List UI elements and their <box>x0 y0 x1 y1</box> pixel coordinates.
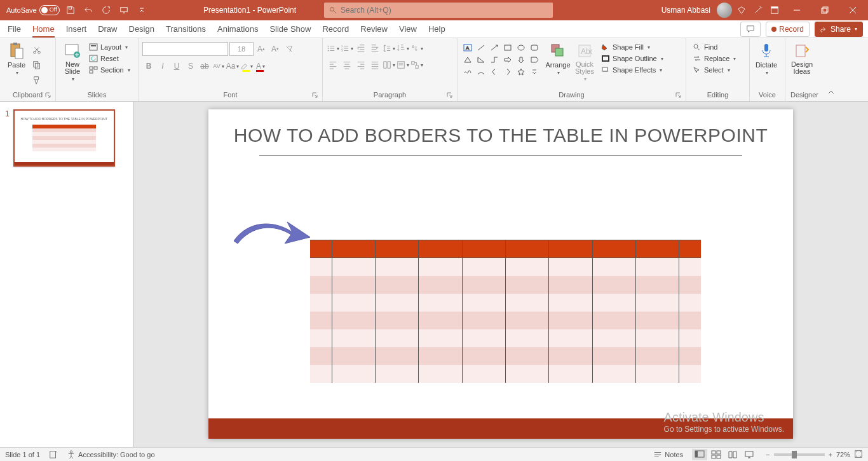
diamond-icon[interactable] <box>735 3 749 17</box>
bold-icon[interactable]: B <box>142 60 155 72</box>
shape-outline-button[interactable]: Shape Outline▾ <box>599 53 666 64</box>
shape-freeform[interactable] <box>461 66 474 78</box>
cut-icon[interactable] <box>31 43 43 56</box>
tab-transitions[interactable]: Transitions <box>166 22 206 36</box>
numbering-icon[interactable]: 123▾ <box>341 42 353 55</box>
section-button[interactable]: Section▾ <box>86 65 133 75</box>
tab-record[interactable]: Record <box>322 22 349 36</box>
italic-icon[interactable]: I <box>156 60 169 72</box>
shape-fill-button[interactable]: Shape Fill▾ <box>599 42 666 52</box>
redo-icon[interactable] <box>99 3 113 17</box>
font-name-combo[interactable] <box>142 42 228 56</box>
design-ideas-button[interactable]: Design Ideas <box>789 42 815 75</box>
tab-review[interactable]: Review <box>360 22 388 36</box>
new-slide-button[interactable]: New Slide ▾ <box>60 42 85 82</box>
clipboard-launcher-icon[interactable] <box>45 92 51 99</box>
font-color-icon[interactable]: A▾ <box>254 60 267 72</box>
slide-table[interactable] <box>310 240 701 383</box>
underline-icon[interactable]: U <box>170 60 183 72</box>
layout-button[interactable]: Layout▾ <box>86 42 133 52</box>
highlight-icon[interactable]: ▾ <box>240 60 253 72</box>
bullets-icon[interactable]: ▾ <box>327 42 339 55</box>
shape-brace-right[interactable] <box>501 66 514 78</box>
paste-button[interactable]: Paste ▾ <box>4 42 29 76</box>
normal-view-icon[interactable] <box>692 449 707 460</box>
increase-font-icon[interactable]: A▴ <box>255 43 268 55</box>
tab-file[interactable]: File <box>8 22 21 36</box>
present-icon[interactable] <box>117 3 131 17</box>
format-painter-icon[interactable] <box>31 74 43 86</box>
reading-view-icon[interactable] <box>725 449 740 460</box>
thumbnail-panel[interactable]: 1 HOW TO ADD BORDERS TO THE TABLE IN POW… <box>0 102 133 447</box>
dictate-button[interactable]: Dictate ▾ <box>754 42 779 76</box>
shape-triangle[interactable] <box>461 54 474 65</box>
sort-icon[interactable]: ▾ <box>397 42 409 55</box>
slide-count[interactable]: Slide 1 of 1 <box>5 451 40 458</box>
drawing-launcher-icon[interactable] <box>675 92 682 99</box>
user-name[interactable]: Usman Abbasi <box>661 6 710 15</box>
minimize-button[interactable] <box>784 0 810 20</box>
zoom-out-icon[interactable]: − <box>766 451 770 458</box>
shape-arrow-down[interactable] <box>515 54 527 65</box>
tab-view[interactable]: View <box>399 22 417 36</box>
close-button[interactable] <box>840 0 865 20</box>
shape-right-triangle[interactable] <box>475 54 487 65</box>
slide-thumbnail-1[interactable]: HOW TO ADD BORDERS TO THE TABLE IN POWER… <box>13 109 115 167</box>
shape-arrow-line[interactable] <box>488 42 501 53</box>
decrease-font-icon[interactable]: A▾ <box>269 43 281 55</box>
reset-button[interactable]: Reset <box>86 53 133 64</box>
shape-star[interactable] <box>515 66 527 78</box>
shape-oval[interactable] <box>515 42 527 53</box>
tab-draw[interactable]: Draw <box>98 22 117 36</box>
tab-slideshow[interactable]: Slide Show <box>269 22 311 36</box>
shape-elbow[interactable] <box>488 54 501 65</box>
shape-pentagon[interactable] <box>528 54 541 65</box>
sorter-view-icon[interactable] <box>709 449 724 460</box>
shape-line[interactable] <box>475 42 487 53</box>
arrange-button[interactable]: Arrange ▾ <box>545 42 571 76</box>
align-right-icon[interactable] <box>355 58 367 71</box>
find-button[interactable]: Find <box>690 42 720 52</box>
slide-editor[interactable]: HOW TO ADD BORDERS TO THE TABLE IN POWER… <box>133 102 868 447</box>
font-launcher-icon[interactable] <box>312 92 318 99</box>
save-icon[interactable] <box>64 3 78 17</box>
shape-arrow-right[interactable] <box>501 54 514 65</box>
line-spacing-icon[interactable]: ▾ <box>383 42 395 55</box>
slide-canvas[interactable]: HOW TO ADD BORDERS TO THE TABLE IN POWER… <box>208 109 793 439</box>
strikethrough-icon[interactable]: ab <box>198 60 211 72</box>
char-spacing-icon[interactable]: AV▾ <box>212 60 225 72</box>
shape-rect[interactable] <box>501 42 514 53</box>
collapse-ribbon-icon[interactable] <box>825 86 837 99</box>
zoom-in-icon[interactable]: + <box>829 451 832 458</box>
tab-home[interactable]: Home <box>32 22 55 38</box>
replace-button[interactable]: Replace▾ <box>690 53 738 64</box>
slide-title[interactable]: HOW TO ADD BORDERS TO THE TABLE IN POWER… <box>208 125 793 146</box>
notes-button[interactable]: Notes <box>653 450 683 459</box>
curved-arrow-shape[interactable] <box>229 214 311 252</box>
maximize-button[interactable] <box>812 0 837 20</box>
change-case-icon[interactable]: Aa▾ <box>226 60 239 72</box>
shape-textbox[interactable]: A <box>461 42 474 53</box>
autosave-toggle[interactable]: AutoSave Off <box>6 5 60 15</box>
select-button[interactable]: Select▾ <box>690 65 733 75</box>
tab-animations[interactable]: Animations <box>217 22 258 36</box>
zoom-percent[interactable]: 72% <box>836 451 850 458</box>
search-input[interactable] <box>341 6 548 15</box>
quick-styles-button[interactable]: Abc Quick Styles ▾ <box>572 42 597 82</box>
shadow-icon[interactable]: S <box>184 60 197 72</box>
search-box[interactable] <box>324 3 553 18</box>
shapes-more-icon[interactable] <box>528 66 541 78</box>
font-size-combo[interactable] <box>229 42 254 56</box>
tab-design[interactable]: Design <box>129 22 154 36</box>
align-center-icon[interactable] <box>341 58 353 71</box>
tab-help[interactable]: Help <box>428 22 445 36</box>
shape-roundrect[interactable] <box>528 42 541 53</box>
shape-effects-button[interactable]: Shape Effects▾ <box>599 65 666 75</box>
justify-icon[interactable] <box>369 58 381 71</box>
spellcheck-icon[interactable] <box>49 450 58 460</box>
decrease-indent-icon[interactable] <box>355 42 367 55</box>
ribbon-display-icon[interactable] <box>768 3 782 17</box>
clear-formatting-icon[interactable] <box>283 43 295 55</box>
smartart-icon[interactable]: ▾ <box>410 58 423 71</box>
copy-icon[interactable] <box>31 58 43 71</box>
